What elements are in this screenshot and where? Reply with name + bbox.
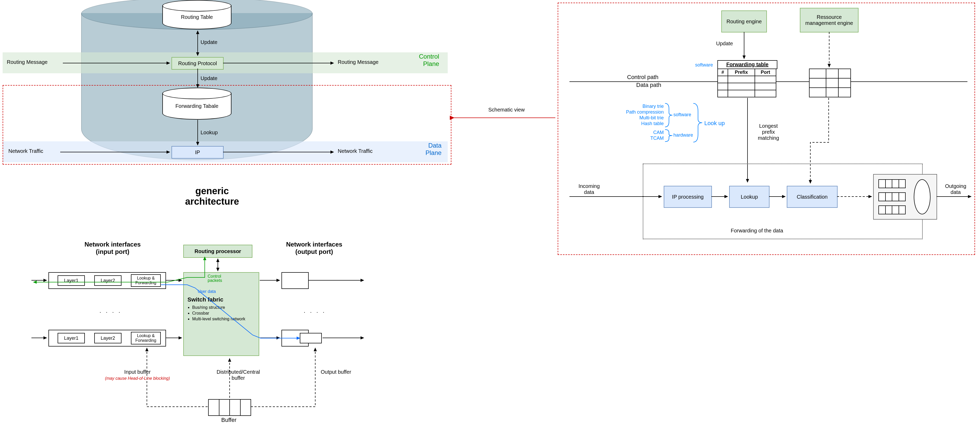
network-traffic-out: Network Traffic: [338, 148, 372, 154]
routing-engine-box: Routing engine: [721, 11, 767, 32]
incoming-data-label: Incoming data: [575, 183, 603, 195]
sw-brace-label: software: [673, 112, 691, 117]
update-label-2: Update: [200, 75, 218, 81]
class-switch-arrow: [837, 195, 874, 198]
out-buffer-1: [878, 179, 906, 188]
rt-rp-arrow: [196, 29, 199, 57]
data-path-label: Data path: [636, 82, 661, 89]
in2-layer2: Layer2: [94, 333, 121, 343]
schematic-view-label: Schematic view: [488, 107, 525, 113]
in2-layer1: Layer1: [57, 333, 85, 343]
input-buffer-label: Input buffer (may cause Head-of-Line blo…: [97, 369, 178, 381]
longest-prefix-label: Longest prefix matching: [753, 123, 784, 141]
routing-protocol-box: Routing Protocol: [172, 57, 224, 70]
network-traffic-in: Network Traffic: [8, 148, 43, 154]
rp-sf-arrow: [216, 257, 220, 273]
routing-table-label: Routing Table: [181, 14, 213, 20]
ft-col-port: Port: [755, 69, 776, 76]
routing-table-cylinder-top: [162, 0, 231, 11]
lookup-label: Lookup: [200, 130, 218, 136]
lookup-class-arrow: [769, 195, 787, 198]
routing-engine-label: Routing engine: [727, 19, 762, 25]
ip-box: IP: [172, 146, 224, 159]
routing-processor-label: Routing processor: [194, 248, 241, 254]
in2-lookup: Lookup & Forwarding: [131, 332, 161, 344]
buffer-label: Buffer: [221, 417, 236, 424]
generic-arch-title: genericarchitecture: [157, 186, 267, 207]
buffer-box: [208, 399, 251, 416]
rp-ft-arrow: [196, 68, 199, 89]
dist-buffer-label: Distributed/Central buffer: [210, 369, 267, 381]
lookup-hw-list: CAMTCAM: [619, 130, 664, 141]
ip-label: IP: [195, 149, 200, 155]
lookup-sw-list: Binary triePath compressionMulti-bit tri…: [619, 103, 664, 126]
outgoing-arrow: [937, 195, 973, 198]
hw-brace-label: hardware: [673, 132, 693, 138]
lookup-brace: [693, 103, 703, 142]
resource-grid: [809, 68, 851, 97]
control-plane-label: ControlPlane: [419, 53, 439, 68]
user-data-path: [161, 282, 302, 340]
output-buffer-label: Output buffer: [321, 369, 351, 375]
sf-out1-arrow: [260, 278, 282, 282]
data-plane-label: DataPlane: [425, 142, 441, 157]
output-ports-header: Network interfaces(output port): [275, 241, 353, 255]
ft-ip-arrow: [196, 120, 199, 147]
in-dots: . . . .: [100, 308, 122, 314]
resource-engine-box: Ressource management engine: [800, 8, 859, 32]
out-dots: . . . .: [304, 308, 326, 314]
control-packets-path: [32, 254, 207, 282]
ft-col-prefix: Prefix: [728, 69, 755, 76]
lookup-box: Lookup: [729, 186, 770, 208]
routing-protocol-label: Routing Protocol: [178, 60, 217, 67]
in2-left-arrow: [32, 336, 49, 340]
routing-message-in: Routing Message: [7, 59, 48, 65]
control-path-label: Control path: [627, 74, 659, 81]
re-ft-arrow: [742, 32, 746, 61]
ip-processing-box: IP processing: [664, 186, 712, 208]
forwarding-table-header: Forwarding table: [718, 60, 777, 69]
ip-processing-label: IP processing: [672, 194, 704, 200]
out-buffer-2: [878, 192, 906, 201]
right-update-label: Update: [716, 41, 733, 47]
classification-box: Classification: [787, 186, 838, 208]
ip-lookup-arrow: [711, 195, 730, 198]
forwarding-table-grid: #PrefixPort: [718, 68, 776, 97]
forwarding-caption: Forwarding of the data: [729, 228, 785, 234]
control-packets-label: Control packets: [208, 274, 226, 282]
classification-label: Classification: [797, 194, 827, 200]
out2-right-arrow: [323, 336, 366, 340]
input-ports-header: Network interfaces(input port): [73, 241, 152, 255]
routing-message-out: Routing Message: [338, 59, 379, 65]
resource-engine-label: Ressource management engine: [800, 14, 858, 26]
software-tag: software: [695, 62, 713, 68]
rme-grid-arrow: [827, 32, 831, 69]
nt-out-arrow: [223, 150, 336, 154]
forwarding-table-label: Forwarding Tabale: [175, 103, 218, 109]
hw-brace: [665, 130, 673, 141]
sw-brace: [665, 103, 673, 127]
ft-col-hash: #: [718, 69, 728, 76]
update-label-1: Update: [200, 39, 218, 45]
out-buffer-3: [878, 205, 906, 214]
outgoing-data-label: Outgoing data: [941, 183, 970, 195]
rm-out-arrow: [223, 61, 336, 65]
incoming-arrow: [570, 195, 664, 198]
lookup-box-label: Lookup: [741, 194, 758, 200]
lookup-brace-label: Look up: [704, 120, 725, 127]
schematic-view-arrow: [452, 114, 557, 122]
switch-ellipse: [914, 179, 931, 214]
out1-right-arrow: [308, 278, 366, 282]
out2-inner: [300, 333, 322, 343]
